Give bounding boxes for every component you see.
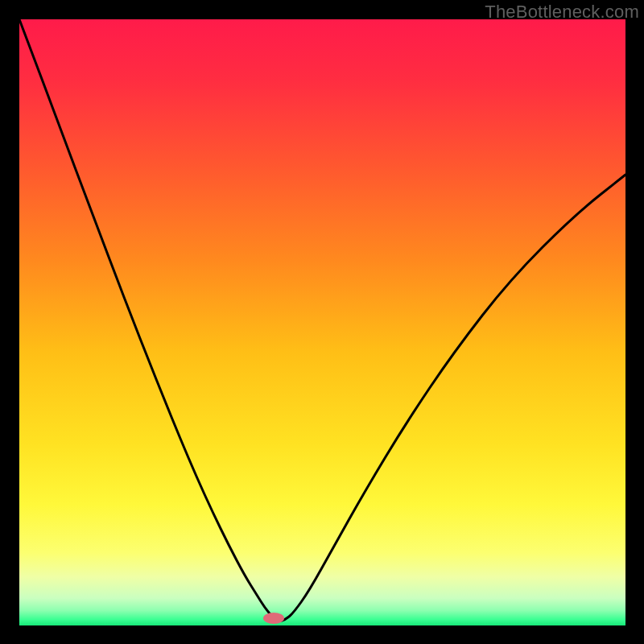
optimal-point-marker: [263, 613, 284, 624]
plot-area: [19, 19, 625, 625]
chart-frame: TheBottleneck.com: [0, 0, 644, 644]
watermark-label: TheBottleneck.com: [485, 2, 639, 23]
plot-svg: [19, 19, 625, 625]
gradient-background: [19, 19, 625, 625]
